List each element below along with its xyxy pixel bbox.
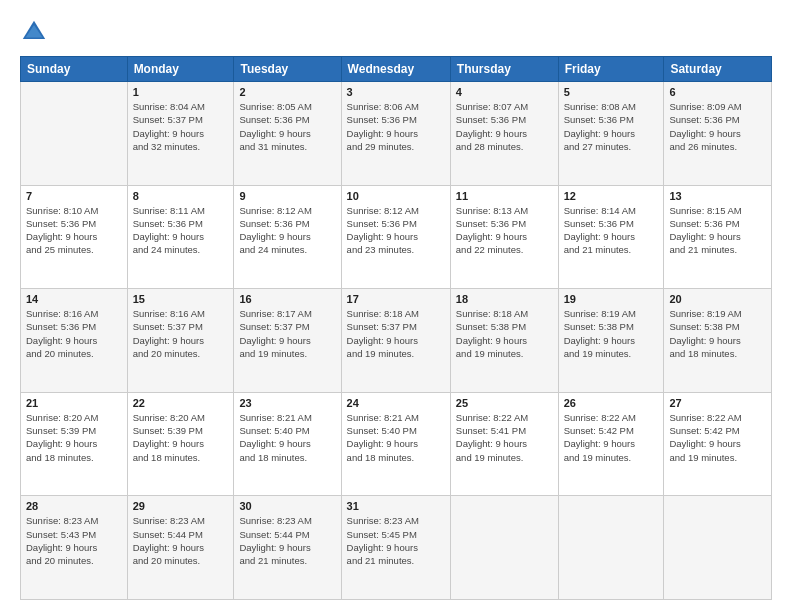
week-row-1: 1Sunrise: 8:04 AM Sunset: 5:37 PM Daylig… bbox=[21, 82, 772, 186]
day-cell: 7Sunrise: 8:10 AM Sunset: 5:36 PM Daylig… bbox=[21, 185, 128, 289]
day-info: Sunrise: 8:22 AM Sunset: 5:42 PM Dayligh… bbox=[564, 411, 659, 464]
day-cell: 3Sunrise: 8:06 AM Sunset: 5:36 PM Daylig… bbox=[341, 82, 450, 186]
day-info: Sunrise: 8:20 AM Sunset: 5:39 PM Dayligh… bbox=[26, 411, 122, 464]
day-number: 16 bbox=[239, 293, 335, 305]
day-number: 1 bbox=[133, 86, 229, 98]
day-info: Sunrise: 8:12 AM Sunset: 5:36 PM Dayligh… bbox=[347, 204, 445, 257]
week-row-2: 7Sunrise: 8:10 AM Sunset: 5:36 PM Daylig… bbox=[21, 185, 772, 289]
day-number: 30 bbox=[239, 500, 335, 512]
day-info: Sunrise: 8:07 AM Sunset: 5:36 PM Dayligh… bbox=[456, 100, 553, 153]
day-cell: 8Sunrise: 8:11 AM Sunset: 5:36 PM Daylig… bbox=[127, 185, 234, 289]
day-info: Sunrise: 8:17 AM Sunset: 5:37 PM Dayligh… bbox=[239, 307, 335, 360]
day-number: 28 bbox=[26, 500, 122, 512]
day-info: Sunrise: 8:12 AM Sunset: 5:36 PM Dayligh… bbox=[239, 204, 335, 257]
day-number: 14 bbox=[26, 293, 122, 305]
day-cell: 13Sunrise: 8:15 AM Sunset: 5:36 PM Dayli… bbox=[664, 185, 772, 289]
day-info: Sunrise: 8:23 AM Sunset: 5:43 PM Dayligh… bbox=[26, 514, 122, 567]
day-number: 21 bbox=[26, 397, 122, 409]
day-info: Sunrise: 8:11 AM Sunset: 5:36 PM Dayligh… bbox=[133, 204, 229, 257]
day-number: 4 bbox=[456, 86, 553, 98]
page: SundayMondayTuesdayWednesdayThursdayFrid… bbox=[0, 0, 792, 612]
day-number: 9 bbox=[239, 190, 335, 202]
day-info: Sunrise: 8:22 AM Sunset: 5:42 PM Dayligh… bbox=[669, 411, 766, 464]
day-cell: 10Sunrise: 8:12 AM Sunset: 5:36 PM Dayli… bbox=[341, 185, 450, 289]
calendar-table: SundayMondayTuesdayWednesdayThursdayFrid… bbox=[20, 56, 772, 600]
day-number: 31 bbox=[347, 500, 445, 512]
day-cell: 31Sunrise: 8:23 AM Sunset: 5:45 PM Dayli… bbox=[341, 496, 450, 600]
day-cell: 27Sunrise: 8:22 AM Sunset: 5:42 PM Dayli… bbox=[664, 392, 772, 496]
day-cell: 18Sunrise: 8:18 AM Sunset: 5:38 PM Dayli… bbox=[450, 289, 558, 393]
day-number: 22 bbox=[133, 397, 229, 409]
day-number: 25 bbox=[456, 397, 553, 409]
day-cell: 17Sunrise: 8:18 AM Sunset: 5:37 PM Dayli… bbox=[341, 289, 450, 393]
day-cell bbox=[664, 496, 772, 600]
day-info: Sunrise: 8:19 AM Sunset: 5:38 PM Dayligh… bbox=[564, 307, 659, 360]
day-cell: 26Sunrise: 8:22 AM Sunset: 5:42 PM Dayli… bbox=[558, 392, 664, 496]
day-info: Sunrise: 8:15 AM Sunset: 5:36 PM Dayligh… bbox=[669, 204, 766, 257]
logo bbox=[20, 18, 52, 46]
header-cell-sunday: Sunday bbox=[21, 57, 128, 82]
day-cell: 25Sunrise: 8:22 AM Sunset: 5:41 PM Dayli… bbox=[450, 392, 558, 496]
week-row-3: 14Sunrise: 8:16 AM Sunset: 5:36 PM Dayli… bbox=[21, 289, 772, 393]
header-cell-tuesday: Tuesday bbox=[234, 57, 341, 82]
day-cell: 15Sunrise: 8:16 AM Sunset: 5:37 PM Dayli… bbox=[127, 289, 234, 393]
day-number: 15 bbox=[133, 293, 229, 305]
day-number: 12 bbox=[564, 190, 659, 202]
day-info: Sunrise: 8:13 AM Sunset: 5:36 PM Dayligh… bbox=[456, 204, 553, 257]
day-number: 17 bbox=[347, 293, 445, 305]
day-info: Sunrise: 8:19 AM Sunset: 5:38 PM Dayligh… bbox=[669, 307, 766, 360]
day-cell: 4Sunrise: 8:07 AM Sunset: 5:36 PM Daylig… bbox=[450, 82, 558, 186]
day-number: 18 bbox=[456, 293, 553, 305]
day-info: Sunrise: 8:16 AM Sunset: 5:37 PM Dayligh… bbox=[133, 307, 229, 360]
day-info: Sunrise: 8:06 AM Sunset: 5:36 PM Dayligh… bbox=[347, 100, 445, 153]
day-info: Sunrise: 8:22 AM Sunset: 5:41 PM Dayligh… bbox=[456, 411, 553, 464]
day-cell: 24Sunrise: 8:21 AM Sunset: 5:40 PM Dayli… bbox=[341, 392, 450, 496]
day-info: Sunrise: 8:10 AM Sunset: 5:36 PM Dayligh… bbox=[26, 204, 122, 257]
day-cell: 21Sunrise: 8:20 AM Sunset: 5:39 PM Dayli… bbox=[21, 392, 128, 496]
day-number: 27 bbox=[669, 397, 766, 409]
day-info: Sunrise: 8:16 AM Sunset: 5:36 PM Dayligh… bbox=[26, 307, 122, 360]
day-number: 23 bbox=[239, 397, 335, 409]
day-cell: 6Sunrise: 8:09 AM Sunset: 5:36 PM Daylig… bbox=[664, 82, 772, 186]
day-cell: 1Sunrise: 8:04 AM Sunset: 5:37 PM Daylig… bbox=[127, 82, 234, 186]
day-number: 6 bbox=[669, 86, 766, 98]
day-cell: 30Sunrise: 8:23 AM Sunset: 5:44 PM Dayli… bbox=[234, 496, 341, 600]
header-cell-thursday: Thursday bbox=[450, 57, 558, 82]
logo-icon bbox=[20, 18, 48, 46]
day-number: 26 bbox=[564, 397, 659, 409]
day-cell: 9Sunrise: 8:12 AM Sunset: 5:36 PM Daylig… bbox=[234, 185, 341, 289]
calendar: SundayMondayTuesdayWednesdayThursdayFrid… bbox=[20, 56, 772, 600]
day-info: Sunrise: 8:14 AM Sunset: 5:36 PM Dayligh… bbox=[564, 204, 659, 257]
day-info: Sunrise: 8:18 AM Sunset: 5:37 PM Dayligh… bbox=[347, 307, 445, 360]
day-cell: 14Sunrise: 8:16 AM Sunset: 5:36 PM Dayli… bbox=[21, 289, 128, 393]
day-number: 10 bbox=[347, 190, 445, 202]
day-cell: 22Sunrise: 8:20 AM Sunset: 5:39 PM Dayli… bbox=[127, 392, 234, 496]
day-number: 13 bbox=[669, 190, 766, 202]
header-cell-wednesday: Wednesday bbox=[341, 57, 450, 82]
day-number: 7 bbox=[26, 190, 122, 202]
day-cell bbox=[21, 82, 128, 186]
day-number: 29 bbox=[133, 500, 229, 512]
day-cell bbox=[450, 496, 558, 600]
day-info: Sunrise: 8:09 AM Sunset: 5:36 PM Dayligh… bbox=[669, 100, 766, 153]
day-number: 11 bbox=[456, 190, 553, 202]
day-info: Sunrise: 8:23 AM Sunset: 5:44 PM Dayligh… bbox=[239, 514, 335, 567]
day-cell: 20Sunrise: 8:19 AM Sunset: 5:38 PM Dayli… bbox=[664, 289, 772, 393]
day-info: Sunrise: 8:05 AM Sunset: 5:36 PM Dayligh… bbox=[239, 100, 335, 153]
day-number: 2 bbox=[239, 86, 335, 98]
day-cell: 28Sunrise: 8:23 AM Sunset: 5:43 PM Dayli… bbox=[21, 496, 128, 600]
day-number: 3 bbox=[347, 86, 445, 98]
day-info: Sunrise: 8:08 AM Sunset: 5:36 PM Dayligh… bbox=[564, 100, 659, 153]
header-cell-saturday: Saturday bbox=[664, 57, 772, 82]
day-cell: 12Sunrise: 8:14 AM Sunset: 5:36 PM Dayli… bbox=[558, 185, 664, 289]
day-cell: 11Sunrise: 8:13 AM Sunset: 5:36 PM Dayli… bbox=[450, 185, 558, 289]
calendar-header: SundayMondayTuesdayWednesdayThursdayFrid… bbox=[21, 57, 772, 82]
day-number: 20 bbox=[669, 293, 766, 305]
header-cell-monday: Monday bbox=[127, 57, 234, 82]
week-row-5: 28Sunrise: 8:23 AM Sunset: 5:43 PM Dayli… bbox=[21, 496, 772, 600]
day-cell: 5Sunrise: 8:08 AM Sunset: 5:36 PM Daylig… bbox=[558, 82, 664, 186]
day-number: 24 bbox=[347, 397, 445, 409]
day-number: 5 bbox=[564, 86, 659, 98]
day-info: Sunrise: 8:21 AM Sunset: 5:40 PM Dayligh… bbox=[347, 411, 445, 464]
day-info: Sunrise: 8:18 AM Sunset: 5:38 PM Dayligh… bbox=[456, 307, 553, 360]
